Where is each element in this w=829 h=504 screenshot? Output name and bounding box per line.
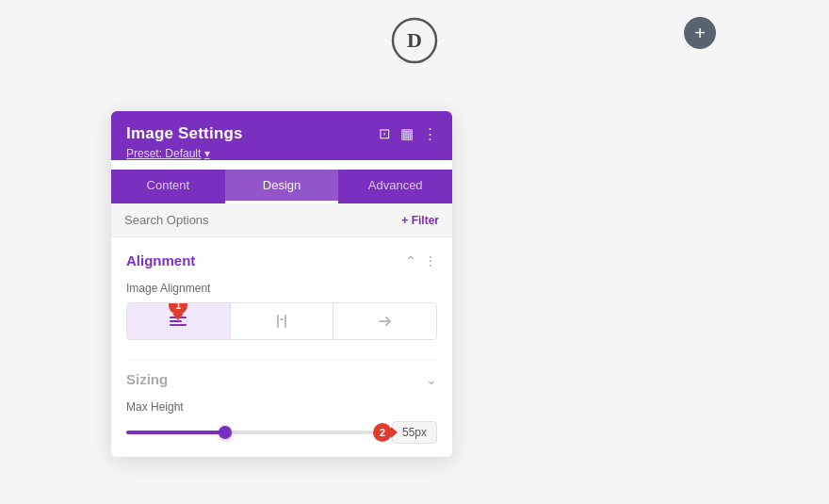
filter-button[interactable]: + Filter — [401, 214, 439, 227]
fullscreen-icon[interactable]: ⊡ — [379, 125, 391, 142]
svg-rect-2 — [277, 315, 279, 328]
collapse-icon[interactable]: ⌃ — [405, 253, 416, 268]
align-left-button[interactable]: 1 — [127, 303, 231, 339]
panel-preset[interactable]: Preset: Default ▾ — [126, 147, 437, 160]
add-button[interactable]: + — [684, 17, 716, 49]
tab-advanced[interactable]: Advanced — [338, 170, 452, 203]
panel-title: Image Settings — [126, 124, 243, 143]
badge-2: 2 — [373, 423, 392, 442]
sizing-header: Sizing ⌄ — [126, 371, 437, 387]
search-bar: + Filter — [111, 203, 452, 237]
search-input[interactable] — [124, 213, 401, 227]
slider-fill — [126, 431, 225, 434]
max-height-section: Max Height 2 55px — [126, 400, 437, 457]
alignment-section-icons: ⌃ ⋮ — [405, 253, 437, 268]
alignment-title: Alignment — [126, 252, 195, 268]
align-center-button[interactable] — [231, 303, 334, 339]
slider-row: 2 55px — [126, 421, 437, 444]
tab-content[interactable]: Content — [111, 170, 225, 203]
svg-rect-3 — [284, 315, 286, 328]
tab-design[interactable]: Design — [225, 170, 339, 203]
badge-1: 1 — [169, 302, 187, 315]
sizing-collapse-icon[interactable]: ⌄ — [426, 372, 437, 387]
columns-icon[interactable]: ▦ — [400, 125, 414, 142]
image-alignment-label: Image Alignment — [126, 282, 437, 295]
svg-text:D: D — [407, 28, 422, 52]
sizing-title: Sizing — [126, 371, 168, 387]
align-right-button[interactable] — [333, 303, 436, 339]
panel-tabs: Content Design Advanced — [111, 170, 452, 203]
image-settings-panel: Image Settings ⊡ ▦ ⋮ Preset: Default ▾ C… — [111, 111, 452, 457]
panel-body: Alignment ⌃ ⋮ Image Alignment 1 — [111, 237, 452, 457]
slider-thumb[interactable] — [219, 426, 232, 439]
slider-track[interactable] — [126, 431, 373, 434]
slider-value[interactable]: 55px — [392, 421, 437, 444]
alignment-more-icon[interactable]: ⋮ — [424, 253, 437, 268]
divi-logo: D — [391, 17, 438, 64]
max-height-label: Max Height — [126, 400, 437, 414]
sizing-section: Sizing ⌄ Max Height 2 — [126, 359, 437, 457]
svg-rect-4 — [280, 318, 284, 320]
more-icon[interactable]: ⋮ — [423, 125, 437, 142]
panel-header-icons: ⊡ ▦ ⋮ — [379, 125, 437, 142]
alignment-options: 1 — [126, 302, 437, 340]
panel-header: Image Settings ⊡ ▦ ⋮ Preset: Default ▾ — [111, 111, 452, 160]
alignment-section-header: Alignment ⌃ ⋮ — [126, 252, 437, 268]
